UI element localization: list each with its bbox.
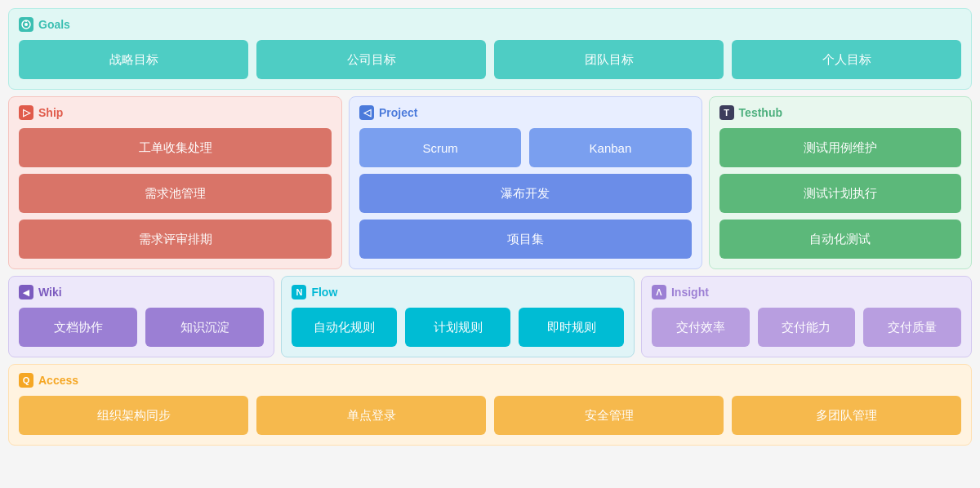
- flow-cards-row: 自动化规则 计划规则 即时规则: [292, 308, 624, 347]
- flow-icon: N: [292, 285, 306, 299]
- project-icon: ◁: [359, 105, 374, 120]
- project-title: Project: [379, 106, 417, 119]
- insight-header: Λ Insight: [652, 285, 961, 299]
- testhub-icon: T: [719, 105, 734, 120]
- goals-section: Goals 战略目标 公司目标 团队目标 个人目标: [8, 8, 972, 90]
- goals-card-2[interactable]: 团队目标: [494, 40, 724, 79]
- ship-section: ▷ Ship 工单收集处理 需求池管理 需求评审排期: [8, 96, 342, 269]
- project-header: ◁ Project: [359, 105, 692, 120]
- wiki-card-1[interactable]: 知识沉淀: [145, 308, 264, 347]
- main-container: Goals 战略目标 公司目标 团队目标 个人目标 ▷ Ship 工单收集处理 …: [8, 8, 972, 446]
- access-header: Q Access: [19, 373, 961, 388]
- ship-title: Ship: [38, 106, 63, 119]
- flow-header: N Flow: [292, 285, 624, 299]
- flow-card-0[interactable]: 自动化规则: [292, 308, 397, 347]
- wiki-card-0[interactable]: 文档协作: [19, 308, 137, 347]
- testhub-header: T Testhub: [719, 105, 961, 120]
- testhub-card-2[interactable]: 自动化测试: [719, 220, 961, 259]
- access-section: Q Access 组织架构同步 单点登录 安全管理 多团队管理: [8, 364, 972, 446]
- insight-cards-row: 交付效率 交付能力 交付质量: [652, 308, 961, 347]
- insight-section: Λ Insight 交付效率 交付能力 交付质量: [641, 276, 972, 357]
- wiki-section: ◀ Wiki 文档协作 知识沉淀: [8, 276, 274, 357]
- project-card-collection[interactable]: 项目集: [359, 220, 692, 259]
- ship-card-1[interactable]: 需求池管理: [19, 174, 332, 213]
- insight-card-0[interactable]: 交付效率: [652, 308, 750, 347]
- insight-icon: Λ: [652, 285, 666, 299]
- svg-point-1: [24, 23, 28, 26]
- project-top-row: Scrum Kanban: [359, 128, 692, 167]
- flow-title: Flow: [311, 286, 337, 299]
- access-icon: Q: [19, 373, 33, 388]
- access-card-3[interactable]: 多团队管理: [732, 396, 961, 435]
- goals-card-3[interactable]: 个人目标: [732, 40, 961, 79]
- flow-card-1[interactable]: 计划规则: [405, 308, 510, 347]
- goals-card-0[interactable]: 战略目标: [19, 40, 248, 79]
- access-cards-row: 组织架构同步 单点登录 安全管理 多团队管理: [19, 396, 961, 435]
- goals-title: Goals: [38, 18, 70, 31]
- ship-icon: ▷: [19, 105, 33, 120]
- testhub-card-0[interactable]: 测试用例维护: [719, 128, 961, 167]
- wiki-title: Wiki: [38, 286, 62, 299]
- goals-header: Goals: [19, 17, 961, 32]
- goals-icon: [19, 17, 33, 32]
- project-section: ◁ Project Scrum Kanban 瀑布开发 项目集: [349, 96, 702, 269]
- wiki-flow-insight-row: ◀ Wiki 文档协作 知识沉淀 N Flow 自动化规则 计划规则 即时规则: [8, 276, 972, 357]
- testhub-card-1[interactable]: 测试计划执行: [719, 174, 961, 213]
- goals-cards-row: 战略目标 公司目标 团队目标 个人目标: [19, 40, 961, 79]
- project-cards: Scrum Kanban 瀑布开发 项目集: [359, 128, 692, 259]
- access-title: Access: [38, 374, 78, 387]
- wiki-icon: ◀: [19, 285, 33, 299]
- wiki-cards-row: 文档协作 知识沉淀: [19, 308, 264, 347]
- project-card-kanban[interactable]: Kanban: [529, 128, 691, 167]
- testhub-title: Testhub: [739, 106, 782, 119]
- insight-card-1[interactable]: 交付能力: [758, 308, 856, 347]
- access-card-2[interactable]: 安全管理: [494, 396, 724, 435]
- access-card-0[interactable]: 组织架构同步: [19, 396, 248, 435]
- ship-cards: 工单收集处理 需求池管理 需求评审排期: [19, 128, 332, 259]
- ship-header: ▷ Ship: [19, 105, 332, 120]
- testhub-cards: 测试用例维护 测试计划执行 自动化测试: [719, 128, 961, 259]
- middle-row: ▷ Ship 工单收集处理 需求池管理 需求评审排期 ◁ Project Scr…: [8, 96, 972, 269]
- project-card-waterfall[interactable]: 瀑布开发: [359, 174, 692, 213]
- flow-card-2[interactable]: 即时规则: [519, 308, 624, 347]
- project-card-scrum[interactable]: Scrum: [359, 128, 521, 167]
- testhub-section: T Testhub 测试用例维护 测试计划执行 自动化测试: [709, 96, 972, 269]
- insight-card-2[interactable]: 交付质量: [863, 308, 961, 347]
- flow-section: N Flow 自动化规则 计划规则 即时规则: [281, 276, 635, 357]
- ship-card-0[interactable]: 工单收集处理: [19, 128, 332, 167]
- ship-card-2[interactable]: 需求评审排期: [19, 220, 332, 259]
- access-card-1[interactable]: 单点登录: [256, 396, 486, 435]
- wiki-header: ◀ Wiki: [19, 285, 264, 299]
- goals-card-1[interactable]: 公司目标: [256, 40, 486, 79]
- insight-title: Insight: [671, 286, 709, 299]
